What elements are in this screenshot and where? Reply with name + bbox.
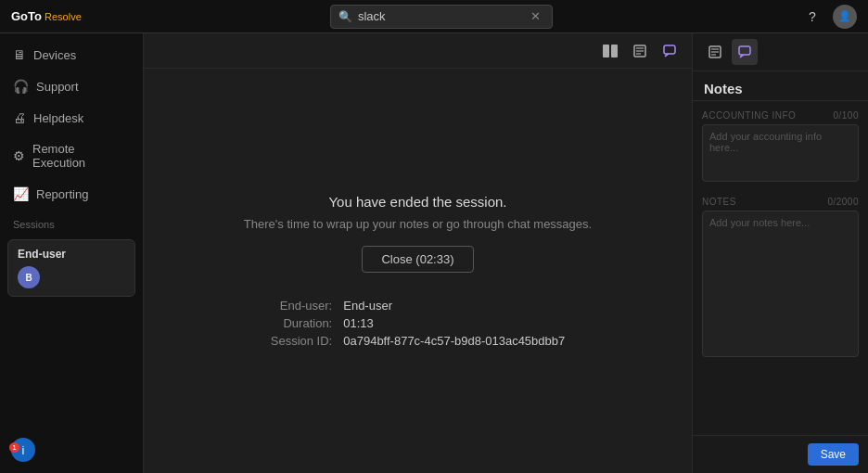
sessions-section-label: Sessions [0, 210, 143, 234]
close-session-button[interactable]: Close (02:33) [362, 246, 473, 273]
sidebar-item-label: Helpdesk [33, 111, 83, 125]
sidebar-item-label: Reporting [36, 187, 88, 201]
session-id-value: 0a794bff-877c-4c57-b9d8-013ac45bdbb7 [343, 334, 565, 348]
search-bar: 🔍 ✕ [330, 5, 553, 29]
main-layout: 🖥 Devices 🎧 Support 🖨 Helpdesk ⚙ Remote … [0, 33, 868, 473]
topbar: GoTo Resolve 🔍 ✕ ? 👤 [0, 0, 868, 33]
sidebar-item-reporting[interactable]: 📈 Reporting [0, 178, 143, 210]
accounting-info-label: ACCOUNTING INFO 0/100 [702, 110, 859, 121]
svg-rect-6 [664, 45, 675, 54]
help-icon[interactable]: ? [801, 6, 823, 28]
session-card-avatar: B [18, 266, 40, 288]
helpdesk-icon: 🖨 [13, 110, 26, 125]
svg-rect-1 [611, 45, 618, 58]
sidebar-item-helpdesk[interactable]: 🖨 Helpdesk [0, 102, 143, 134]
search-icon: 🔍 [338, 10, 352, 23]
topbar-right: ? 👤 [801, 5, 857, 29]
accounting-info-textarea[interactable] [702, 124, 859, 182]
end-user-value: End-user [343, 299, 565, 313]
end-user-label: End-user: [271, 299, 332, 313]
search-clear-icon[interactable]: ✕ [530, 9, 541, 23]
notes-panel: Notes ACCOUNTING INFO 0/100 NOTES 0/2000… [692, 33, 868, 473]
center-panel: You have ended the session. There's time… [144, 33, 692, 473]
sidebar-item-label: Devices [33, 48, 76, 62]
sidebar-item-remote-execution[interactable]: ⚙ Remote Execution [0, 134, 143, 178]
session-id-label: Session ID: [271, 334, 332, 348]
center-toolbar [144, 33, 692, 69]
logo: GoTo Resolve [11, 9, 82, 23]
notes-field: NOTES 0/2000 [702, 197, 859, 361]
session-details: End-user: End-user Duration: 01:13 Sessi… [271, 299, 566, 348]
remote-execution-icon: ⚙ [13, 148, 25, 163]
sidebar-item-label: Support [36, 80, 79, 94]
reporting-icon: 📈 [13, 186, 29, 201]
sidebar-item-support[interactable]: 🎧 Support [0, 70, 143, 102]
sidebar: 🖥 Devices 🎧 Support 🖨 Helpdesk ⚙ Remote … [0, 33, 144, 473]
center-content: You have ended the session. There's time… [144, 69, 692, 473]
session-card[interactable]: End-user B [7, 239, 135, 297]
split-view-button[interactable] [597, 38, 623, 64]
sidebar-item-label: Remote Execution [32, 142, 130, 170]
notes-tab-bar [693, 33, 868, 71]
notes-footer: Save [693, 435, 868, 473]
chat-tab-button[interactable] [657, 38, 683, 64]
notes-title: Notes [704, 81, 857, 96]
user-avatar[interactable]: 👤 [833, 5, 857, 29]
support-icon: 🎧 [13, 79, 29, 94]
accounting-info-field: ACCOUNTING INFO 0/100 [702, 110, 859, 185]
save-button[interactable]: Save [808, 443, 859, 466]
session-ended-title: You have ended the session. [328, 194, 506, 210]
notes-body: ACCOUNTING INFO 0/100 NOTES 0/2000 [693, 101, 868, 435]
devices-icon: 🖥 [13, 47, 26, 62]
svg-rect-0 [603, 45, 609, 58]
notes-label: NOTES 0/2000 [702, 197, 859, 207]
svg-rect-11 [739, 46, 750, 55]
search-input[interactable] [358, 9, 525, 23]
sidebar-item-devices[interactable]: 🖥 Devices [0, 39, 143, 70]
duration-label: Duration: [271, 316, 332, 330]
notes-textarea[interactable] [702, 211, 859, 357]
logo-goto: GoTo Resolve [11, 9, 82, 23]
duration-value: 01:13 [343, 316, 565, 330]
notes-tab-button[interactable] [627, 38, 653, 64]
info-badge-count: 1 [9, 442, 19, 453]
session-card-title: End-user [18, 248, 125, 261]
notes-icon-tab[interactable] [702, 39, 728, 65]
chat-icon-tab[interactable] [732, 39, 758, 65]
session-ended-subtitle: There's time to wrap up your notes or go… [244, 217, 592, 231]
